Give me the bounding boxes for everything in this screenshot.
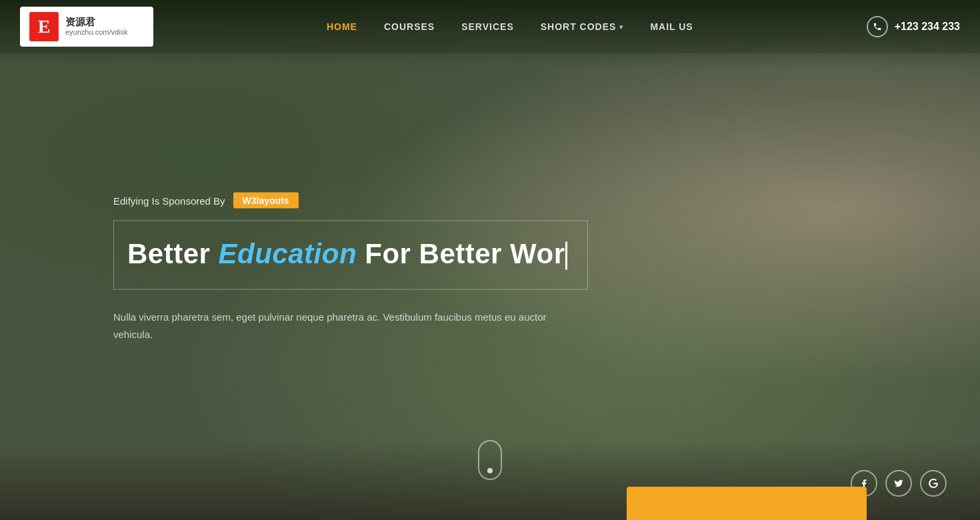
nav-item-short-codes[interactable]: SHORT CODES ▾ [541,21,624,32]
scroll-oval [478,440,502,480]
nav-item-courses[interactable]: COURSES [384,21,435,33]
nav-link-mail-us[interactable]: MAIL US [650,21,693,32]
headline-part2: For Better Wor [357,238,565,269]
scroll-indicator[interactable] [478,440,502,480]
navbar: E 资源君 eyunzhu.com/vdisk HOME COURSES SER… [0,0,980,53]
dropdown-arrow-icon: ▾ [619,23,623,31]
nav-item-home[interactable]: HOME [327,21,357,33]
twitter-icon[interactable] [885,470,912,497]
cursor-bar [565,241,567,269]
hero-subtext: Nulla viverra pharetra sem, eget pulvina… [113,309,567,343]
headline-part1: Better [127,238,219,269]
nav-item-mail-us[interactable]: MAIL US [650,21,693,33]
logo-url: eyunzhu.com/vdisk [65,28,128,37]
nav-item-services[interactable]: SERVICES [461,21,514,33]
nav-link-services[interactable]: SERVICES [461,21,514,32]
sponsored-badge[interactable]: W3layouts [233,193,299,209]
nav-links: HOME COURSES SERVICES SHORT CODES ▾ MAIL… [327,21,693,33]
bottom-card [627,487,867,520]
sponsored-text: Edifying Is Sponsored By [113,195,225,206]
nav-phone: +123 234 233 [867,16,960,37]
headline-highlight: Education [219,238,357,269]
phone-number: +123 234 233 [895,21,960,33]
logo-letter: E [29,12,59,41]
phone-icon [867,16,888,37]
nav-link-home[interactable]: HOME [327,21,357,32]
logo-brand: 资源君 [65,16,128,28]
hero-headline-box: Better Education For Better Wor [113,221,588,290]
sponsored-box: Edifying Is Sponsored By W3layouts [113,193,588,209]
logo[interactable]: E 资源君 eyunzhu.com/vdisk [20,7,153,47]
nav-link-short-codes[interactable]: SHORT CODES ▾ [541,21,624,32]
nav-link-courses[interactable]: COURSES [384,21,435,32]
googleplus-icon[interactable] [920,470,947,497]
scroll-dot [487,468,493,473]
hero-headline: Better Education For Better Wor [127,237,567,271]
hero-content: Edifying Is Sponsored By W3layouts Bette… [113,193,588,343]
logo-text: 资源君 eyunzhu.com/vdisk [65,16,128,37]
